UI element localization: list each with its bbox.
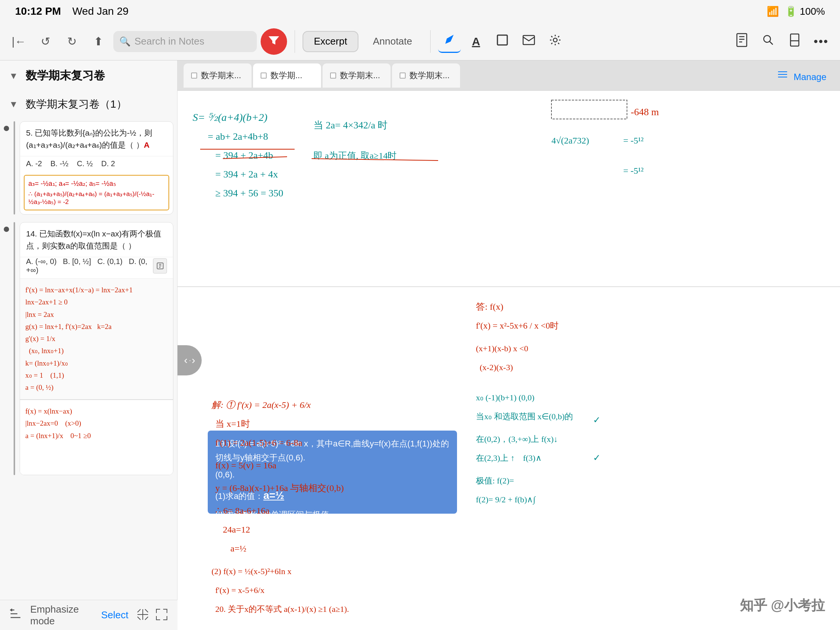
back-button[interactable]: |← (8, 30, 30, 53)
email-tool-button[interactable] (518, 30, 540, 53)
note-card-2-page2: f(x) = x(lnx−ax) |lnx−2ax=0 (x>0) a = (l… (20, 399, 173, 475)
more-button[interactable]: ••• (810, 30, 832, 53)
svg-text:✓: ✓ (593, 415, 600, 425)
svg-text:y = (6-8a)(x-1)+16a 与轴相交(0,b): y = (6-8a)(x-1)+16a 与轴相交(0,b) (215, 483, 344, 493)
svg-rect-1 (523, 35, 534, 44)
text-icon: A (472, 35, 480, 48)
svg-point-4 (764, 35, 771, 42)
notebook-header[interactable]: ▼ 数学期末复习卷 (0, 60, 177, 91)
watermark: 知乎 @小考拉 (740, 596, 825, 615)
svg-text:当 x=1时: 当 x=1时 (215, 419, 250, 429)
search-right-button[interactable] (757, 30, 780, 53)
next-arrow-icon: › (192, 354, 195, 366)
rect-tool-button[interactable] (491, 30, 514, 53)
tab-1[interactable]: 数学期末... (183, 63, 251, 88)
left-panel: ▼ 数学期末复习卷 ▼ 数学期末复习卷（1） 5. 已知等比数列{aₙ}的公比为… (0, 60, 177, 630)
redo-button[interactable]: ↻ (60, 30, 83, 53)
note-list: 5. 已知等比数列{aₙ}的公比为-½，则(a₁+a₃+a₅)/(a₂+a₄+a… (0, 117, 177, 479)
svg-rect-3 (737, 34, 747, 46)
note-left-bar (14, 222, 15, 475)
svg-text:-648 m: -648 m (631, 106, 659, 117)
tab-bar: 数学期末... 数学期... 数学期末... 数学期末... Manage (177, 60, 840, 91)
sub-collapse-icon: ▼ (9, 99, 21, 109)
more-icon: ••• (813, 35, 829, 48)
svg-rect-0 (497, 35, 507, 45)
undo-button[interactable]: ↺ (34, 30, 57, 53)
doc-button[interactable] (731, 30, 753, 53)
share-button[interactable]: ⬆ (87, 30, 109, 53)
math-top-middle: 当 2a= 4×342/a 时 即 a为正值, 取a≥14时 (306, 98, 495, 281)
back-icon: |← (12, 35, 26, 48)
svg-text:当x₀ 和选取范围 x∈(0,b)的: 当x₀ 和选取范围 x∈(0,b)的 (476, 412, 573, 421)
rect-icon (496, 34, 509, 49)
svg-text:x₀ (-1)(b+1) (0,0): x₀ (-1)(b+1) (0,0) (476, 393, 534, 402)
manage-label: Manage (794, 72, 826, 82)
toolbar: |← ↺ ↻ ⬆ 🔍 Search in Notes Excerpt Annot… (0, 23, 840, 60)
notebook-title: 数学期末复习卷 (26, 68, 105, 84)
svg-text:极值: f(2)=: 极值: f(2)= (475, 476, 514, 485)
svg-text:= -5¹²: = -5¹² (623, 166, 644, 175)
note-left-bar (14, 121, 15, 215)
svg-text:∴ 6= 8a-6+16a: ∴ 6= 8a-6+16a (215, 506, 270, 516)
toolbar-divider (295, 30, 295, 53)
toolbar-divider2 (430, 30, 431, 53)
fullscreen-icon[interactable] (155, 608, 169, 623)
note-card-2[interactable]: 14. 已知函数f(x)=x(ln x−ax)有两个极值点，则实数a的取值范围是… (20, 222, 174, 475)
text-tool-button[interactable]: A (464, 30, 487, 53)
wifi-icon: 📶 (767, 6, 779, 17)
annotate-button[interactable]: Annotate (362, 31, 423, 52)
search-icon: 🔍 (119, 36, 131, 47)
svg-rect-5 (791, 34, 799, 46)
tab-dot-4 (399, 73, 406, 79)
status-date: Wed Jan 29 (72, 5, 128, 17)
svg-text:≥ 394 + 56 = 350: ≥ 394 + 56 = 350 (215, 188, 283, 199)
bookmark-icon (789, 33, 800, 49)
bottom-right-icons (136, 608, 169, 623)
settings-tool-button[interactable] (544, 30, 567, 53)
note-bullet (4, 126, 9, 131)
sort-icon[interactable] (9, 607, 23, 623)
status-bar: 10:12 PM Wed Jan 29 📶 🔋 100% (0, 0, 840, 23)
share-icon: ⬆ (94, 35, 103, 48)
pen-tool-button[interactable] (438, 30, 461, 53)
svg-text:24a=12: 24a=12 (223, 525, 250, 534)
expand-icon: · (189, 357, 191, 365)
svg-text:(2) f(x) = ½(x-5)²+6ln x: (2) f(x) = ½(x-5)²+6ln x (212, 567, 292, 576)
manage-icon (777, 72, 791, 82)
svg-text:= 394 + 2a + 4x: = 394 + 2a + 4x (215, 169, 278, 180)
svg-text:f'(1) = 2a(1-5)+6 = 6-8a: f'(1) = 2a(1-5)+6 = 6-8a (215, 438, 303, 448)
manage-button[interactable]: Manage (769, 69, 834, 82)
tab-2-label: 数学期... (270, 70, 302, 81)
tab-3[interactable]: 数学期末... (322, 63, 390, 88)
doc-icon (736, 33, 748, 50)
note-card-1-text: 5. 已知等比数列{aₙ}的公比为-½，则(a₁+a₃+a₅)/(a₂+a₄+a… (20, 122, 173, 156)
list-item[interactable]: 14. 已知函数f(x)=x(ln x−ax)有两个极值点，则实数a的取值范围是… (4, 222, 174, 475)
tab-4[interactable]: 数学期末... (392, 63, 460, 88)
tab-4-label: 数学期末... (409, 70, 450, 81)
select-button[interactable]: Select (101, 609, 128, 621)
excerpt-button[interactable]: Excerpt (303, 31, 358, 52)
undo-icon: ↺ (41, 35, 50, 48)
note-card-1[interactable]: 5. 已知等比数列{aₙ}的公比为-½，则(a₁+a₃+a₅)/(a₂+a₄+a… (20, 121, 174, 215)
sub-header[interactable]: ▼ 数学期末复习卷（1） (0, 91, 177, 117)
note-card-1-math: a₃= -½a₁; a₄= -½a₂; a₅= -½a₅ ∴ (a₁+a₃+a₅… (24, 175, 169, 210)
arrow-resize-icon[interactable] (136, 608, 150, 623)
math-top-right: -648 m 4√(2a732) = -5¹² = -5¹² (548, 98, 812, 281)
filter-button[interactable] (261, 28, 287, 55)
pen-icon (442, 33, 456, 49)
bookmark-button[interactable] (783, 30, 806, 53)
bottom-content: 19.设f(x) = a(x-5)² + 6ln x，其中a∈R,曲线y=f(x… (177, 287, 840, 630)
svg-text:f(x) = 5(v) = 16a: f(x) = 5(v) = 16a (215, 460, 276, 470)
main-panel: 数学期末... 数学期... 数学期末... 数学期末... Manage (177, 60, 840, 630)
note-card-2-handwriting: f'(x) = lnx−ax+x(1/x−a) = lnx−2ax+1 lnx−… (20, 278, 173, 399)
list-item[interactable]: 5. 已知等比数列{aₙ}的公比为-½，则(a₁+a₃+a₅)/(a₂+a₄+a… (4, 121, 174, 215)
tab-2[interactable]: 数学期... (253, 63, 321, 88)
search-box[interactable]: 🔍 Search in Notes (113, 31, 257, 52)
status-right: 📶 🔋 100% (767, 6, 825, 17)
svg-text:= ab+ 2a+4b+8: = ab+ 2a+4b+8 (208, 131, 268, 142)
bottom-bar: Emphasize mode Select (0, 600, 177, 630)
note-card-2-options: A. (-∞, 0) B. [0, ½] C. (0,1) D. (0, +∞) (20, 257, 173, 278)
svg-text:= 394 + 2a+4b: = 394 + 2a+4b (215, 150, 273, 161)
svg-text:(x-2)(x-3): (x-2)(x-3) (480, 363, 513, 372)
email-icon (523, 35, 535, 48)
